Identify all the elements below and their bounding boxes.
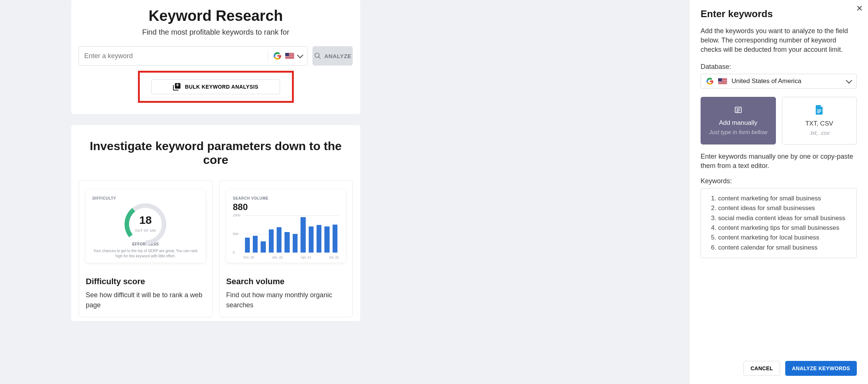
keyword-research-card: Keyword Research Find the most profitabl… [71,0,360,114]
x-axis-label: Jan, 21 [272,256,283,259]
tile-desc: See how difficult it will be to rank a w… [86,290,205,310]
x-axis-label: Apr, 21 [301,256,311,259]
keyword-input[interactable] [84,52,268,60]
preview-label: SEARCH VOLUME [233,196,339,200]
page-subtitle: Find the most profitable keywords to ran… [79,28,353,37]
chart-bar [333,225,337,253]
database-value: United States of America [732,77,842,85]
keyword-search-field[interactable] [79,46,308,66]
analyze-button-label: ANALYZE [324,53,351,59]
chart-bar [277,227,282,253]
difficulty-tile: DIFFICULTY 18 OUT OF 100 EFFORTLESS Your… [79,180,213,317]
page-title: Keyword Research [79,7,353,24]
us-flag-icon [718,78,727,84]
volume-preview: SEARCH VOLUME 880 05001000 Oct, 20Jan, 2… [226,190,346,263]
close-icon[interactable]: ✕ [856,4,863,13]
manual-instructions: Enter keywords manually one by one or co… [701,152,857,171]
tile-desc: Find out how many monthly organic search… [226,290,346,310]
keyword-entry[interactable]: content calendar for small business [718,243,850,253]
list-icon [734,106,742,116]
chart-bar [284,232,289,253]
panel-help: Add the keywords you want to analyze to … [701,26,857,55]
chart-bar [309,226,314,253]
google-icon [706,77,714,85]
difficulty-gauge: 18 OUT OF 100 [125,203,166,241]
difficulty-preview: DIFFICULTY 18 OUT OF 100 EFFORTLESS Your… [86,190,205,263]
svg-line-1 [318,57,320,59]
volume-value: 880 [233,202,339,212]
method-sub: .txt, .csv [809,130,830,136]
chart-bar [245,238,250,253]
y-axis-tick: 0 [233,251,235,254]
bulk-keyword-analysis-button[interactable]: BULK KEYWORD ANALYSIS [151,79,280,94]
method-upload-file[interactable]: TXT, CSV .txt, .csv [782,97,857,145]
chart-bar [261,241,265,253]
y-axis-tick: 500 [233,232,239,236]
x-axis-label: Oct, 20 [243,256,254,259]
section-title: Investigate keyword parameters down to t… [79,139,353,167]
bulk-button-label: BULK KEYWORD ANALYSIS [185,84,258,90]
panel-title: Enter keywords [701,8,857,20]
parameters-card: Investigate keyword parameters down to t… [71,125,360,321]
chart-bar [324,226,329,253]
difficulty-value: 18 [125,214,166,226]
chart-bar [293,234,298,253]
x-axis-label: Jul, 21 [329,256,339,259]
chart-bar [317,225,321,253]
us-flag-icon [285,53,294,59]
highlight-annotation: BULK KEYWORD ANALYSIS [138,71,294,103]
volume-bar-chart: 05001000 [233,215,339,253]
chart-bar [269,229,274,253]
tile-title: Search volume [226,277,346,286]
database-select[interactable]: United States of America [701,74,857,89]
keyword-entry[interactable]: content marketing tips for small busines… [718,223,850,233]
keyword-entry[interactable]: content marketing for small business [718,194,850,203]
svg-rect-7 [817,111,821,112]
keywords-label: Keywords: [701,177,857,185]
method-title: TXT, CSV [805,120,833,127]
chart-bar [301,217,305,253]
preview-label: DIFFICULTY [92,196,199,200]
database-label: Database: [701,63,857,71]
keyword-entry[interactable]: content marketing for local business [718,233,850,242]
difficulty-scale: OUT OF 100 [125,229,166,232]
y-axis-tick: 1000 [233,213,240,217]
svg-rect-8 [817,112,820,113]
difficulty-desc: Your chances to get to the top of SERP a… [92,248,199,258]
google-icon [273,52,282,60]
chart-bar [253,236,258,253]
chevron-down-icon [297,52,304,58]
analyze-keywords-button[interactable]: ANALYZE KEYWORDS [785,361,857,376]
keywords-textarea[interactable]: content marketing for small businesscont… [701,188,857,258]
method-title: Add manually [719,119,757,127]
volume-tile: SEARCH VOLUME 880 05001000 Oct, 20Jan, 2… [219,180,353,317]
enter-keywords-panel: ✕ Enter keywords Add the keywords you wa… [689,0,868,384]
method-add-manually[interactable]: Add manually Just type in form bellow [701,97,776,145]
svg-rect-6 [817,110,821,110]
analyze-button[interactable]: ANALYZE [312,46,353,66]
search-icon [314,52,321,60]
chevron-down-icon [846,77,852,83]
keyword-entry[interactable]: content ideas for small businesses [718,203,850,213]
file-icon [815,105,823,117]
bulk-add-icon [173,83,180,91]
method-sub: Just type in form bellow [709,129,767,135]
locale-selector[interactable] [268,51,302,61]
tile-title: Difficulty score [86,277,205,286]
svg-point-0 [315,53,319,58]
cancel-button[interactable]: CANCEL [743,361,780,376]
keyword-entry[interactable]: social media content ideas for small bus… [718,213,850,223]
